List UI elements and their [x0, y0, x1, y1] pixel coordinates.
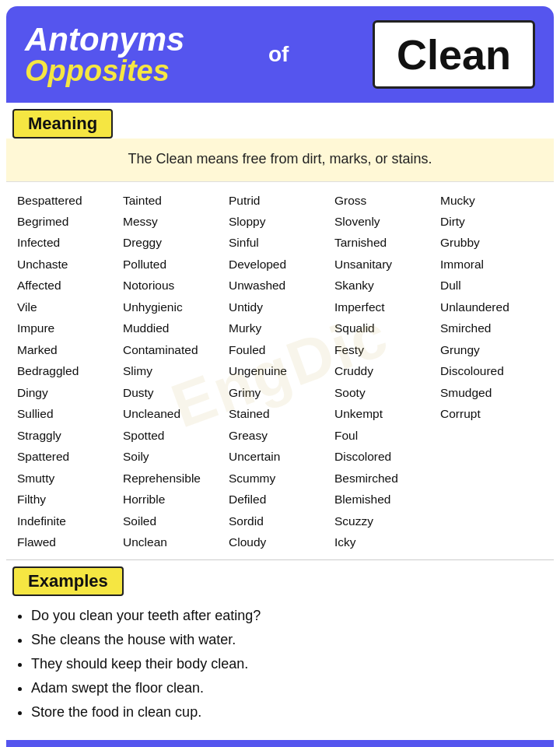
word-col-5: MuckyDirtyGrubbyImmoralDullUnlaunderedSm…	[439, 190, 544, 553]
word-item: Squalid	[333, 318, 439, 339]
word-item: Smirched	[439, 318, 544, 339]
word-item: Cruddy	[333, 361, 439, 382]
word-item: Contaminated	[121, 339, 227, 360]
example-item: Store the food in clean cup.	[31, 700, 535, 724]
word-item: Discolored	[333, 447, 439, 468]
example-item: Do you clean your teeth after eating?	[31, 604, 535, 628]
word-item: Grimy	[227, 382, 333, 403]
word-item: Tainted	[121, 190, 227, 211]
word-item: Affected	[16, 275, 121, 296]
word-item: Foul	[333, 425, 439, 446]
word-item: Mucky	[439, 190, 544, 211]
word-col-1: BespatteredBegrimedInfectedUnchasteAffec…	[16, 190, 121, 553]
header-clean: Clean	[397, 31, 511, 78]
header-opposites: Opposites	[25, 56, 184, 86]
word-item: Dull	[439, 275, 544, 296]
header-left: Antonyms Opposites	[25, 23, 184, 86]
header-of: of	[268, 42, 289, 67]
word-item: Corrupt	[439, 404, 544, 425]
word-item: Dingy	[16, 382, 121, 403]
word-item: Dusty	[121, 382, 227, 403]
word-item: Immoral	[439, 254, 544, 275]
word-item: Uncleaned	[121, 404, 227, 425]
meaning-label: Meaning	[12, 109, 113, 139]
word-item: Reprehensible	[121, 468, 227, 489]
word-item: Grungy	[439, 339, 544, 360]
word-item: Marked	[16, 339, 121, 360]
word-item: Slovenly	[333, 211, 439, 232]
word-item: Impure	[16, 318, 121, 339]
word-item: Dirty	[439, 211, 544, 232]
word-item: Unhygienic	[121, 296, 227, 317]
word-item: Unclean	[121, 532, 227, 553]
word-item: Spattered	[16, 447, 121, 468]
word-item: Unlaundered	[439, 296, 544, 317]
header: Antonyms Opposites of Clean	[6, 6, 554, 103]
word-item: Soily	[121, 447, 227, 468]
word-item: Bespattered	[16, 190, 121, 211]
word-item: Begrimed	[16, 211, 121, 232]
word-item: Ungenuine	[227, 361, 333, 382]
word-item: Imperfect	[333, 296, 439, 317]
words-grid: BespatteredBegrimedInfectedUnchasteAffec…	[16, 190, 544, 553]
word-item: Spotted	[121, 425, 227, 446]
word-item: Filthy	[16, 489, 121, 510]
words-section: EngDic BespatteredBegrimedInfectedUnchas…	[6, 182, 554, 559]
word-item: Tarnished	[333, 233, 439, 254]
word-item: Scuzzy	[333, 510, 439, 531]
divider	[6, 559, 554, 560]
word-item: Sooty	[333, 382, 439, 403]
word-item: Fouled	[227, 339, 333, 360]
example-item: Adam swept the floor clean.	[31, 676, 535, 700]
word-item: Stained	[227, 404, 333, 425]
word-item: Sloppy	[227, 211, 333, 232]
word-item: Horrible	[121, 489, 227, 510]
word-item: Unkempt	[333, 404, 439, 425]
word-item: Cloudy	[227, 532, 333, 553]
word-item: Scummy	[227, 468, 333, 489]
word-item: Greasy	[227, 425, 333, 446]
word-item: Dreggy	[121, 233, 227, 254]
word-item: Indefinite	[16, 510, 121, 531]
word-item: Besmirched	[333, 468, 439, 489]
meaning-body: The Clean means free from dirt, marks, o…	[6, 139, 554, 182]
word-item: Soiled	[121, 510, 227, 531]
header-clean-box: Clean	[373, 20, 535, 89]
word-item: Festy	[333, 339, 439, 360]
word-col-3: PutridSloppySinfulDevelopedUnwashedUntid…	[227, 190, 333, 553]
word-item: Developed	[227, 254, 333, 275]
word-item: Putrid	[227, 190, 333, 211]
example-item: She cleans the house with water.	[31, 628, 535, 652]
examples-list: Do you clean your teeth after eating?She…	[31, 604, 535, 724]
footer: www.EngDic.org	[6, 740, 554, 747]
word-item: Blemished	[333, 489, 439, 510]
word-item: Slimy	[121, 361, 227, 382]
word-item: Smutty	[16, 468, 121, 489]
word-col-4: GrossSlovenlyTarnishedUnsanitarySkankyIm…	[333, 190, 439, 553]
word-item: Vile	[16, 296, 121, 317]
meaning-label-wrap: Meaning	[6, 103, 554, 139]
examples-label: Examples	[12, 566, 124, 596]
word-item: Murky	[227, 318, 333, 339]
word-item: Messy	[121, 211, 227, 232]
word-item: Grubby	[439, 233, 544, 254]
word-item: Sullied	[16, 404, 121, 425]
word-item: Sinful	[227, 233, 333, 254]
word-item: Discoloured	[439, 361, 544, 382]
word-item: Unwashed	[227, 275, 333, 296]
word-item: Uncertain	[227, 447, 333, 468]
example-item: They should keep their body clean.	[31, 652, 535, 676]
word-item: Gross	[333, 190, 439, 211]
word-item: Polluted	[121, 254, 227, 275]
word-item: Straggly	[16, 425, 121, 446]
word-item: Smudged	[439, 382, 544, 403]
word-item: Sordid	[227, 510, 333, 531]
header-antonyms: Antonyms	[25, 23, 184, 56]
word-item: Untidy	[227, 296, 333, 317]
word-item: Bedraggled	[16, 361, 121, 382]
examples-body: Do you clean your teeth after eating?She…	[6, 596, 554, 735]
word-item: Icky	[333, 532, 439, 553]
examples-label-wrap: Examples	[6, 563, 554, 596]
word-item: Infected	[16, 233, 121, 254]
word-item: Muddied	[121, 318, 227, 339]
